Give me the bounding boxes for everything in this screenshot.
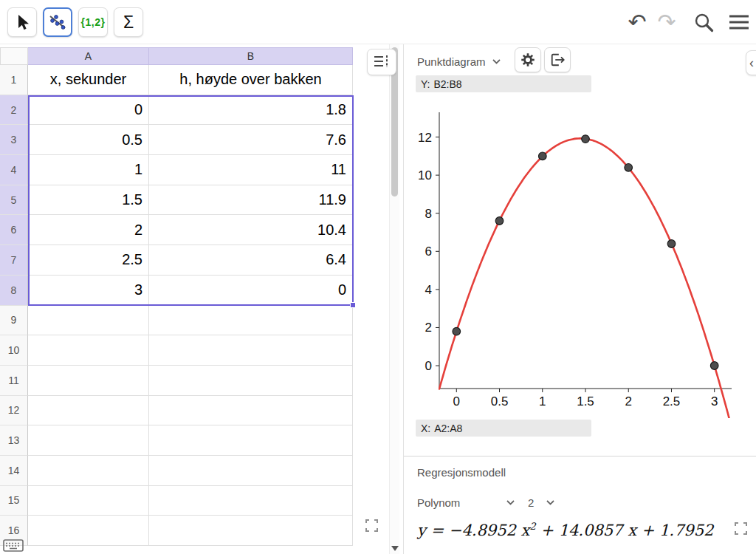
sheet-row: 16 [0, 516, 353, 546]
cell-A10[interactable] [28, 335, 149, 366]
row-header-11[interactable]: 11 [0, 366, 28, 396]
sheet-row: 4 1 11 [0, 155, 353, 185]
scrollbar-down-arrow[interactable] [391, 546, 399, 551]
row-header-8[interactable]: 8 [0, 276, 28, 306]
row-header-5[interactable]: 5 [0, 185, 28, 216]
sheet-fullscreen-button[interactable] [363, 517, 379, 533]
chart-type-label: Punktdiagram [417, 55, 486, 68]
select-all-corner[interactable] [0, 47, 28, 65]
row-header-13[interactable]: 13 [0, 425, 28, 456]
cell-A3[interactable]: 0.5 [28, 125, 149, 155]
cell-B8[interactable]: 0 [149, 276, 353, 306]
svg-text:1.5: 1.5 [577, 394, 594, 408]
column-header-B[interactable]: B [149, 47, 353, 65]
sheet-row: 5 1.5 11.9 [0, 185, 353, 216]
cell-B2[interactable]: 1.8 [149, 95, 353, 126]
cell-B5[interactable]: 11.9 [149, 185, 353, 216]
cell-B6[interactable]: 10.4 [149, 215, 353, 245]
cell-B12[interactable] [149, 396, 353, 426]
cell-B9[interactable] [149, 306, 353, 336]
row-header-9[interactable]: 9 [0, 306, 28, 336]
column-header-A[interactable]: A [28, 47, 149, 65]
undo-button[interactable]: ↶ [622, 7, 652, 37]
cell-B1[interactable]: h, høyde over bakken [149, 65, 353, 95]
row-header-4[interactable]: 4 [0, 155, 28, 185]
row-header-12[interactable]: 12 [0, 396, 28, 426]
top-toolbar: {1,2} Σ ↶ ↷ [0, 0, 756, 44]
keyboard-icon [3, 538, 24, 553]
regression-degree-dropdown[interactable]: 2 [528, 496, 554, 509]
cell-B13[interactable] [149, 425, 353, 456]
y-range-field[interactable]: Y: B2:B8 [416, 75, 591, 92]
export-button[interactable] [544, 47, 571, 72]
y-field-label: Y: [421, 78, 430, 90]
cell-B11[interactable] [149, 366, 353, 396]
cell-A11[interactable] [28, 366, 149, 396]
x-field-label: X: [421, 423, 430, 434]
search-button[interactable] [689, 7, 718, 37]
cell-A2[interactable]: 0 [28, 95, 149, 126]
svg-text:12: 12 [418, 131, 432, 145]
cell-A15[interactable] [28, 486, 149, 516]
sheet-row: 15 [0, 486, 353, 516]
svg-text:8: 8 [425, 207, 432, 221]
sheet-row: 2 0 1.8 [0, 95, 353, 126]
cell-A16[interactable] [28, 516, 149, 546]
cell-B14[interactable] [149, 456, 353, 486]
cell-A6[interactable]: 2 [28, 215, 149, 245]
cell-A7[interactable]: 2.5 [28, 245, 149, 276]
cell-A8[interactable]: 3 [28, 276, 149, 306]
cell-B7[interactable]: 6.4 [149, 245, 353, 276]
cell-A1[interactable]: x, sekunder [28, 65, 149, 95]
svg-text:6: 6 [425, 244, 432, 259]
row-header-1[interactable]: 1 [0, 65, 28, 95]
plot-settings-button[interactable] [515, 47, 541, 72]
selection-drag-handle[interactable] [350, 302, 356, 308]
row-header-14[interactable]: 14 [0, 456, 28, 486]
row-header-2[interactable]: 2 [0, 95, 28, 126]
row-header-3[interactable]: 3 [0, 125, 28, 155]
regression-model-label: Polynom [417, 496, 460, 509]
virtual-keyboard-button[interactable] [3, 537, 27, 553]
regression-degree-label: 2 [528, 496, 534, 509]
cell-A12[interactable] [28, 396, 149, 426]
chart-type-dropdown[interactable]: Punktdiagram [417, 52, 501, 71]
svg-text:0: 0 [453, 394, 460, 408]
menu-button[interactable] [724, 7, 754, 37]
row-header-6[interactable]: 6 [0, 215, 28, 245]
list-tool-button[interactable]: {1,2} [78, 7, 108, 37]
cell-A9[interactable] [28, 306, 149, 336]
cell-A14[interactable] [28, 456, 149, 486]
scatter-plot: 00.511.522.53024681012 [407, 93, 751, 418]
sheet-row: 9 [0, 306, 353, 336]
panel-fullscreen-button[interactable] [732, 520, 749, 536]
redo-button[interactable]: ↷ [652, 7, 681, 37]
regression-tool-button[interactable] [43, 7, 72, 37]
cell-B16[interactable] [149, 516, 353, 546]
y-field-value: B2:B8 [433, 78, 461, 90]
row-header-7[interactable]: 7 [0, 245, 28, 276]
cell-B10[interactable] [149, 335, 353, 366]
x-range-field[interactable]: X: A2:A8 [416, 420, 591, 437]
row-header-10[interactable]: 10 [0, 335, 28, 366]
svg-text:3: 3 [711, 394, 718, 408]
column-header-row: A B [0, 47, 353, 65]
sheet-row: 13 [0, 425, 353, 456]
section-divider [404, 456, 756, 456]
cell-A13[interactable] [28, 425, 149, 456]
cell-A5[interactable]: 1.5 [28, 185, 149, 216]
table-options-button[interactable] [367, 49, 396, 75]
svg-text:2: 2 [625, 394, 632, 408]
cell-B15[interactable] [149, 486, 353, 516]
cell-B4[interactable]: 11 [149, 155, 353, 185]
list-tool-label: {1,2} [81, 16, 106, 28]
row-header-15[interactable]: 15 [0, 486, 28, 516]
cell-A4[interactable]: 1 [28, 155, 149, 185]
move-tool-button[interactable] [7, 7, 37, 37]
cell-B3[interactable]: 7.6 [149, 125, 353, 155]
sum-tool-button[interactable]: Σ [114, 7, 143, 37]
panel-collapse-button[interactable]: ‹ [746, 50, 756, 75]
svg-text:2.5: 2.5 [663, 394, 681, 408]
regression-model-dropdown[interactable]: Polynom [417, 496, 515, 509]
sigma-icon: Σ [123, 13, 134, 33]
